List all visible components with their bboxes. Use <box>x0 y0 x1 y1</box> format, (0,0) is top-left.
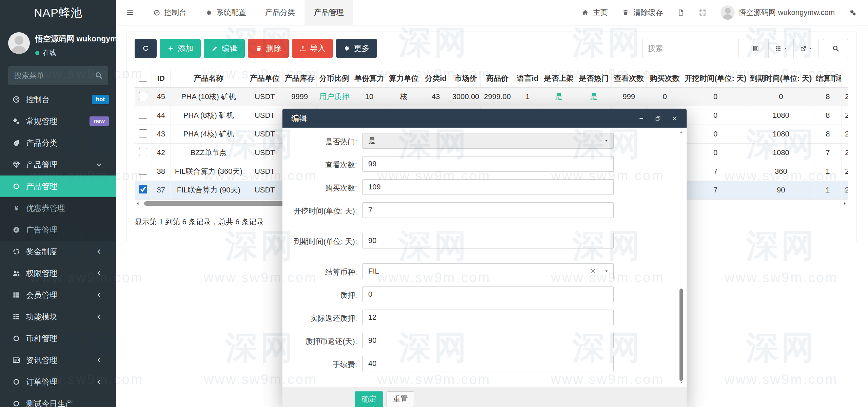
detail-view-button[interactable] <box>743 39 768 58</box>
select-all-checkbox[interactable] <box>139 74 147 82</box>
row-checkbox[interactable] <box>139 92 147 100</box>
column-header[interactable]: 产品单位 <box>247 70 282 87</box>
clear-cache-button[interactable]: 清除缓存 <box>622 7 663 18</box>
column-header[interactable]: 分类id <box>421 70 451 87</box>
form-input[interactable] <box>362 356 614 371</box>
sidebar-item-3[interactable]: 产品管理 <box>0 154 116 175</box>
column-header[interactable]: 结算币种 <box>814 70 841 87</box>
column-header[interactable]: 是否热门 <box>576 70 611 87</box>
form-row: 手续费: <box>293 356 668 371</box>
sidebar-item-10[interactable]: 功能模块 <box>0 306 116 328</box>
modal-header[interactable]: 编辑 <box>282 109 687 128</box>
modal-scrollbar-thumb[interactable] <box>679 289 683 381</box>
column-header[interactable]: 产品名称 <box>170 70 247 87</box>
tab-product-category[interactable]: 产品分类 <box>256 0 304 25</box>
sidebar-item-6[interactable]: A广告管理 <box>0 219 116 241</box>
table-search-input[interactable] <box>642 39 739 58</box>
column-header[interactable]: 购买次数 <box>646 70 683 87</box>
sidebar-item-8[interactable]: 权限管理 <box>0 262 116 284</box>
table-cell: 7 <box>683 162 748 181</box>
column-header[interactable]: 市场价 <box>451 70 480 87</box>
column-header[interactable]: ID <box>152 70 170 87</box>
add-button[interactable]: 添加 <box>160 39 201 58</box>
form-input[interactable] <box>362 310 614 325</box>
import-button[interactable]: 导入 <box>292 39 333 58</box>
sidebar-item-14[interactable]: 测试今日生产 <box>0 393 116 407</box>
maximize-icon[interactable] <box>655 115 661 122</box>
tab-product-management[interactable]: 产品管理 <box>304 0 353 25</box>
document-icon[interactable] <box>677 9 685 16</box>
row-checkbox[interactable] <box>139 129 147 137</box>
row-checkbox[interactable] <box>139 167 147 175</box>
scroll-right-icon[interactable] <box>842 201 847 206</box>
modal-footer: 确定 重置 <box>282 387 687 407</box>
row-checkbox[interactable] <box>139 185 147 193</box>
dashboard-icon <box>11 95 22 104</box>
scroll-up-icon[interactable] <box>679 130 684 135</box>
search-button[interactable] <box>823 39 848 58</box>
minimize-icon[interactable] <box>638 115 645 122</box>
more-button[interactable]: 更多 <box>336 39 377 58</box>
form-input[interactable] <box>362 286 614 302</box>
form-select[interactable]: 是 <box>362 133 614 149</box>
row-checkbox[interactable] <box>139 148 147 156</box>
form-row: 是否热门:是 <box>293 133 668 149</box>
sidebar-item-0[interactable]: 控制台hot <box>0 89 116 110</box>
sidebar-item-11[interactable]: 币种管理 <box>0 328 116 349</box>
sidebar-search-input[interactable] <box>8 66 108 85</box>
column-header[interactable]: 商品价 <box>481 70 514 87</box>
tab-console[interactable]: 控制台 <box>144 0 196 25</box>
column-header[interactable]: 到期时间(单位: 天) <box>748 70 814 87</box>
sidebar-user-panel: 悟空源码网 wukongymw.com 在线 <box>0 25 116 61</box>
column-header[interactable]: 单份算力 <box>352 70 387 87</box>
table-cell[interactable]: 是 <box>541 87 576 106</box>
form-input[interactable] <box>362 333 614 348</box>
table-cell[interactable]: 是 <box>576 87 611 106</box>
sidebar-item-5[interactable]: ¥优惠券管理 <box>0 197 116 219</box>
export-button[interactable] <box>793 39 818 58</box>
edit-button[interactable]: 编辑 <box>204 39 245 58</box>
column-header[interactable]: 语言id <box>514 70 541 87</box>
scroll-left-icon[interactable] <box>135 201 140 206</box>
list-icon <box>11 291 22 299</box>
sidebar-item-1[interactable]: 常规管理new <box>0 110 116 132</box>
fullscreen-icon[interactable] <box>699 9 706 16</box>
column-header[interactable]: 是否上架 <box>541 70 576 87</box>
table-cell: 20 <box>841 125 848 143</box>
column-header[interactable]: 开挖时间(单位: 天) <box>683 70 748 87</box>
delete-button[interactable]: 删除 <box>248 39 289 58</box>
form-input[interactable] <box>362 233 614 248</box>
refresh-button[interactable] <box>135 39 157 58</box>
table-cell[interactable]: 用户质押 <box>317 87 352 106</box>
reset-button[interactable]: 重置 <box>387 391 414 407</box>
form-input[interactable] <box>362 179 614 195</box>
home-button[interactable]: 主页 <box>581 7 608 18</box>
column-header[interactable]: 分币比例 <box>317 70 352 87</box>
topbar-user[interactable]: 悟空源码网 wukongymw.com <box>721 5 835 20</box>
sidebar-item-2[interactable]: 产品分类 <box>0 132 116 154</box>
column-header[interactable]: 查看次数 <box>611 70 646 87</box>
table-row[interactable]: 45PHA (10核) 矿机USDT9999用户质押10核433000.0029… <box>135 87 848 106</box>
form-select-input[interactable] <box>362 263 614 279</box>
hamburger-icon[interactable] <box>116 0 144 25</box>
sidebar-item-7[interactable]: 奖金制度 <box>0 241 116 262</box>
scroll-down-icon[interactable] <box>679 380 684 385</box>
ring-icon <box>11 378 22 386</box>
close-icon[interactable] <box>671 115 678 122</box>
modal-scrollbar[interactable] <box>678 130 684 385</box>
yen-icon: ¥ <box>11 204 22 212</box>
sidebar-item-13[interactable]: 订单管理 <box>0 371 116 393</box>
column-header[interactable]: 算力单位 <box>387 70 421 87</box>
confirm-button[interactable]: 确定 <box>355 391 383 407</box>
settings-gears-icon[interactable] <box>849 9 856 16</box>
sidebar-item-4[interactable]: 产品管理 <box>0 175 116 197</box>
column-header[interactable]: 产品库存 <box>283 70 317 87</box>
form-input[interactable] <box>362 156 614 172</box>
tab-system-config[interactable]: 系统配置 <box>196 0 256 25</box>
sidebar-item-9[interactable]: 会员管理 <box>0 284 116 306</box>
form-input[interactable] <box>362 202 614 218</box>
sidebar-item-12[interactable]: 资讯管理 <box>0 349 116 371</box>
column-header[interactable] <box>841 70 848 87</box>
columns-button[interactable] <box>768 39 793 58</box>
row-checkbox[interactable] <box>139 111 147 119</box>
